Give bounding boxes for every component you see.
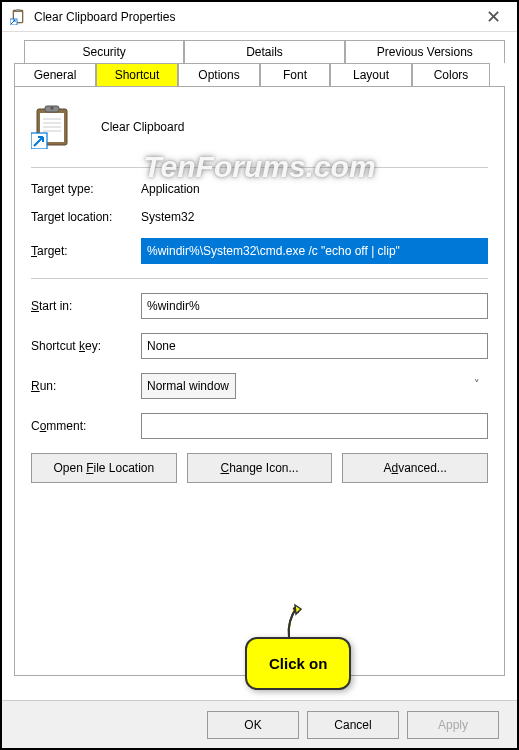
ok-button[interactable]: OK: [207, 711, 299, 739]
cancel-button[interactable]: Cancel: [307, 711, 399, 739]
close-icon[interactable]: ✕: [478, 6, 509, 28]
comment-label: Comment:: [31, 419, 141, 433]
run-select[interactable]: Normal window: [141, 373, 236, 399]
target-type-value: Application: [141, 182, 488, 196]
shortcut-name: Clear Clipboard: [101, 120, 184, 134]
tab-font[interactable]: Font: [260, 63, 330, 86]
tab-shortcut[interactable]: Shortcut: [96, 63, 178, 86]
change-icon-button[interactable]: Change Icon...: [187, 453, 333, 483]
svg-rect-2: [16, 9, 20, 11]
tab-security[interactable]: Security: [24, 40, 184, 63]
start-in-label: Start in:: [31, 299, 141, 313]
tab-previous-versions[interactable]: Previous Versions: [345, 40, 505, 63]
run-label: Run:: [31, 379, 141, 393]
tab-details[interactable]: Details: [184, 40, 344, 63]
target-label: Target:: [31, 244, 141, 258]
target-type-label: Target type:: [31, 182, 141, 196]
tab-strip: Security Details Previous Versions Gener…: [14, 40, 505, 86]
divider: [31, 278, 488, 279]
annotation-callout: Click on: [245, 637, 351, 690]
divider: [31, 167, 488, 168]
clipboard-shortcut-icon: [31, 105, 73, 149]
advanced-button[interactable]: Advanced...: [342, 453, 488, 483]
target-location-label: Target location:: [31, 210, 141, 224]
shortcut-file-icon: [10, 9, 26, 25]
tab-general[interactable]: General: [14, 63, 96, 86]
target-location-value: System32: [141, 210, 488, 224]
apply-button[interactable]: Apply: [407, 711, 499, 739]
open-file-location-button[interactable]: Open File Location: [31, 453, 177, 483]
shortcut-key-label: Shortcut key:: [31, 339, 141, 353]
tab-layout[interactable]: Layout: [330, 63, 412, 86]
callout-text: Click on: [245, 637, 351, 690]
shortcut-key-input[interactable]: [141, 333, 488, 359]
svg-marker-13: [295, 605, 301, 614]
tab-options[interactable]: Options: [178, 63, 260, 86]
shortcut-panel: Clear Clipboard Target type: Application…: [14, 86, 505, 676]
window-title: Clear Clipboard Properties: [34, 10, 478, 24]
dialog-footer: OK Cancel Apply: [2, 700, 517, 748]
target-input[interactable]: [141, 238, 488, 264]
tab-colors[interactable]: Colors: [412, 63, 490, 86]
svg-point-7: [51, 107, 54, 110]
start-in-input[interactable]: [141, 293, 488, 319]
comment-input[interactable]: [141, 413, 488, 439]
titlebar: Clear Clipboard Properties ✕: [2, 2, 517, 32]
